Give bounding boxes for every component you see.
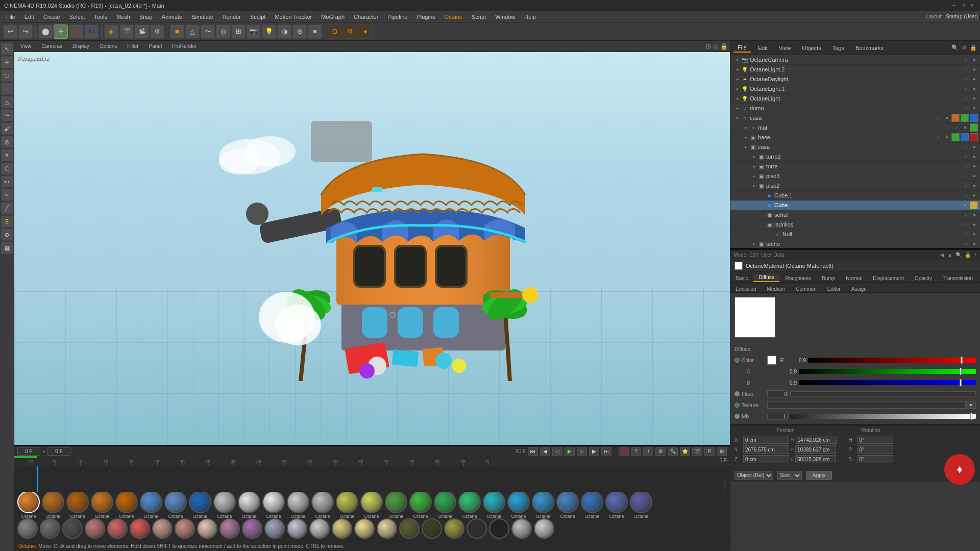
pos-z-input[interactable] (743, 455, 789, 463)
rp-tab-objects[interactable]: Objects (798, 44, 825, 52)
tree-vis-1[interactable]: ● (971, 66, 978, 73)
tree-mat-swatch-15[interactable] (970, 201, 978, 209)
pd-add[interactable]: + (974, 252, 977, 258)
octane-light-btn[interactable]: ♦ (358, 24, 373, 39)
tree-arrow-13[interactable]: ▸ (751, 183, 757, 188)
tree-row-4[interactable]: ▸💡OctaneLight✓● (730, 94, 980, 104)
left-btn-magnet[interactable]: ⬡ (1, 162, 13, 174)
tree-row-2[interactable]: ▸☀OctaneDaylight✓● (730, 74, 980, 84)
tree-row-18[interactable]: ○Null✓● (730, 230, 980, 239)
mat2-item-4[interactable] (107, 518, 128, 539)
mat-item-20[interactable]: Octane (507, 491, 530, 518)
timeline-btn5[interactable]: ⊞ (717, 447, 727, 456)
tree-arrow-9[interactable]: ▸ (743, 144, 749, 149)
mat-item-13[interactable]: Octane (336, 491, 358, 518)
mat2-item-5[interactable] (130, 518, 150, 539)
tree-vis-3[interactable]: ● (971, 85, 978, 92)
tree-eye-16[interactable]: ✓ (963, 211, 970, 218)
tex-btn[interactable]: ▼ (966, 402, 976, 409)
apply-button[interactable]: Apply (806, 471, 832, 480)
tree-eye-2[interactable]: ✓ (963, 76, 970, 83)
mat2-item-21[interactable] (489, 518, 509, 539)
tree-row-1[interactable]: ▸💡OctaneLight.2✓● (730, 65, 980, 74)
mat2-item-19[interactable] (444, 518, 464, 539)
mat-item-18[interactable]: Octane (458, 491, 481, 518)
timeline-btn4[interactable]: P (704, 447, 715, 456)
render-btn[interactable]: 🎬 (119, 24, 134, 39)
rp-tab-file[interactable]: File (733, 43, 751, 53)
mat-item-5[interactable]: Octane (140, 491, 162, 518)
mat-item-7[interactable]: Octane (189, 491, 211, 518)
vp-tab-view[interactable]: View (16, 43, 36, 49)
float-input[interactable] (767, 390, 788, 397)
left-btn-poly[interactable]: △ (1, 96, 13, 108)
mat-item-25[interactable]: Octane (630, 491, 652, 518)
tree-vis-15[interactable]: ● (962, 202, 969, 209)
tree-vis-0[interactable]: ● (971, 56, 978, 63)
pos-y-p-val[interactable] (795, 445, 836, 454)
tree-vis-17[interactable]: ● (971, 221, 978, 228)
record-settings-btn[interactable]: ⚙ (655, 447, 666, 456)
tree-eye-4[interactable]: ✓ (963, 95, 970, 102)
tree-vis-18[interactable]: ● (971, 231, 978, 238)
mat-item-0[interactable]: Octane (17, 491, 40, 518)
tree-eye-5[interactable]: ✓ (963, 105, 970, 112)
menu-tools[interactable]: Tools (90, 13, 111, 21)
menu-animate[interactable]: Animate (158, 13, 186, 21)
tree-domo-swatch-0[interactable] (951, 114, 960, 122)
move-btn[interactable]: ✛ (54, 24, 68, 39)
rot-b-input[interactable] (857, 455, 893, 463)
vp-tab-panel[interactable]: Panel (145, 43, 166, 49)
mat-item-23[interactable]: Octane (581, 491, 603, 518)
tree-mar-swatch-0[interactable] (951, 133, 960, 141)
tree-eye-6[interactable]: ✓ (935, 114, 942, 121)
mat2-item-9[interactable] (219, 518, 240, 539)
mat-item-9[interactable]: Octane (238, 491, 260, 518)
record-mode-btn[interactable]: i (643, 447, 653, 456)
3d-viewport[interactable]: Perspective (14, 52, 730, 445)
left-btn-line[interactable]: ╱ (1, 202, 13, 214)
tree-row-15[interactable]: ■Cube✓● (730, 201, 980, 210)
undo-btn[interactable]: ↩ (3, 24, 17, 39)
prev-frame-btn[interactable]: ◀ (540, 447, 550, 456)
menu-pipeline[interactable]: Pipeline (383, 13, 411, 21)
tree-eye-17[interactable]: ✓ (963, 221, 970, 228)
r-slider[interactable] (808, 358, 976, 363)
tree-vis-5[interactable]: ● (971, 105, 978, 112)
deformer-btn[interactable]: ⊞ (231, 24, 246, 39)
tree-arrow-0[interactable]: ▸ (734, 57, 741, 62)
titlebar-controls[interactable]: − □ × (950, 2, 976, 9)
next-key-btn[interactable]: ▷ (577, 447, 587, 456)
tree-eye-10[interactable]: ✓ (963, 153, 970, 160)
tree-mat-swatch-7[interactable] (970, 123, 978, 132)
tree-vis-16[interactable]: ● (971, 211, 978, 218)
mat2-item-16[interactable] (377, 518, 397, 539)
octane-render-btn[interactable]: ⚙ (343, 24, 357, 39)
pd-lock[interactable]: 🔒 (965, 252, 971, 258)
tree-vis-13[interactable]: ● (971, 182, 978, 189)
mat-item-24[interactable]: Octane (605, 491, 628, 518)
minimize-btn[interactable]: − (950, 2, 958, 9)
tree-eye-0[interactable]: ✓ (963, 56, 970, 63)
menu-window[interactable]: Window (491, 13, 519, 21)
menu-octane[interactable]: Octane (440, 13, 467, 21)
tree-row-14[interactable]: ■Cube.1✓● (730, 191, 980, 201)
timeline-btn1[interactable]: 🔧 (668, 447, 678, 456)
mat2-item-12[interactable] (287, 518, 307, 539)
tree-vis-4[interactable]: ● (971, 95, 978, 102)
tree-eye-1[interactable]: ✓ (963, 66, 970, 73)
pd-mode[interactable]: Mode (733, 252, 746, 258)
tree-row-13[interactable]: ▸▣piso2✓● (730, 181, 980, 191)
mat2-item-0[interactable] (17, 518, 38, 539)
tree-vis-14[interactable]: ● (971, 192, 978, 199)
tree-vis-12[interactable]: ● (971, 172, 978, 180)
tree-row-17[interactable]: ▣ladrillos✓● (730, 220, 980, 230)
mt-opacity[interactable]: Opacity (910, 274, 938, 282)
mat2-item-23[interactable] (534, 518, 554, 539)
menu-sculpt[interactable]: Sculpt (246, 13, 270, 21)
menu-create[interactable]: Create (39, 13, 64, 21)
menu-plugins[interactable]: Plugins (412, 13, 439, 21)
left-btn-rotate[interactable]: ⭮ (1, 69, 13, 82)
left-btn-deform[interactable]: ⊕ (1, 229, 13, 241)
mat-item-19[interactable]: Octane (483, 491, 505, 518)
